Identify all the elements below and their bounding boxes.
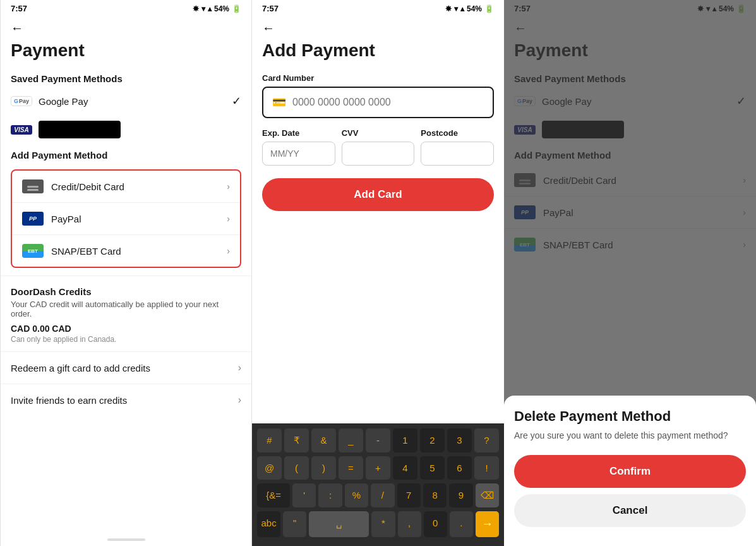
key-underscore[interactable]: _ <box>339 428 363 452</box>
snap-icon: EBT <box>22 244 44 258</box>
key-rupee[interactable]: ₹ <box>284 428 309 452</box>
cvv-label: CVV <box>342 128 415 138</box>
key-enter[interactable]: → <box>476 511 499 537</box>
wifi-icon: ▾ <box>201 4 205 13</box>
google-pay-label: Google Pay <box>39 96 88 107</box>
status-bar-2: 7:57 ✸ ▾ ▴ 54% 🔋 <box>252 0 504 16</box>
key-question[interactable]: ? <box>474 428 499 452</box>
gpay-pay: Pay <box>19 98 29 104</box>
visa-item[interactable]: VISA <box>1 114 251 145</box>
chevron-right-icon-3a: › <box>743 175 746 185</box>
key-colon[interactable]: : <box>318 483 342 507</box>
postcode-field[interactable] <box>421 142 494 166</box>
status-bar-3: 7:57 ✸ ▾ ▴ 54% 🔋 <box>504 0 756 16</box>
saved-methods-header-3: Saved Payment Methods <box>504 68 756 88</box>
key-8[interactable]: 8 <box>423 483 447 507</box>
key-star[interactable]: * <box>371 511 395 537</box>
key-sym[interactable]: {&= <box>257 483 290 507</box>
google-pay-item[interactable]: G Pay Google Pay ✓ <box>1 88 251 114</box>
exp-date-field[interactable] <box>262 142 335 166</box>
card-number-input-wrapper[interactable]: 💳 <box>262 87 494 118</box>
key-0[interactable]: 0 <box>424 511 447 537</box>
add-card-button[interactable]: Add Card <box>262 178 494 211</box>
visa-badge-3: VISA <box>514 125 536 135</box>
status-time-3: 7:57 <box>514 4 531 13</box>
credit-debit-item[interactable]: Credit/Debit Card › <box>12 171 240 203</box>
redeem-gift-card-item[interactable]: Redeem a gift card to add credits › <box>1 351 251 384</box>
key-2[interactable]: 2 <box>420 428 445 452</box>
signal-icon: ▴ <box>208 4 212 13</box>
key-amp[interactable]: & <box>311 428 336 452</box>
gpay-badge-3: G Pay <box>514 96 536 106</box>
key-space[interactable]: ␣ <box>309 511 369 537</box>
credit-card-icon <box>22 179 44 193</box>
cvv-field[interactable] <box>342 142 415 166</box>
add-payment-form: Card Number 💳 Exp. Date CVV Postcode Add… <box>252 68 504 423</box>
credit-debit-label: Credit/Debit Card <box>51 181 124 192</box>
key-9[interactable]: 9 <box>449 483 472 507</box>
key-hash[interactable]: # <box>257 428 282 452</box>
card-number-label: Card Number <box>262 73 494 83</box>
key-lparen[interactable]: ( <box>284 456 309 480</box>
back-button-2[interactable]: ← <box>252 16 504 38</box>
key-1[interactable]: 1 <box>393 428 417 452</box>
redacted-card-3 <box>542 121 624 138</box>
key-abc[interactable]: abc <box>257 511 280 537</box>
key-3[interactable]: 3 <box>447 428 472 452</box>
key-dash[interactable]: - <box>366 428 390 452</box>
keyboard-row-4: abc " ␣ * , 0 . → <box>255 511 501 537</box>
signal-icon-2: ▴ <box>460 4 464 13</box>
cancel-button[interactable]: Cancel <box>514 494 746 527</box>
credit-card-icon-3 <box>514 173 536 187</box>
chevron-invite-icon: › <box>238 394 241 406</box>
panel-payment: 7:57 ✸ ▾ ▴ 54% 🔋 ← Payment Saved Payment… <box>0 0 252 546</box>
credits-amount: CAD 0.00 CAD <box>11 324 241 334</box>
key-6[interactable]: 6 <box>447 456 472 480</box>
invite-friends-item[interactable]: Invite friends to earn credits › <box>1 384 251 416</box>
key-plus[interactable]: + <box>366 456 390 480</box>
battery-text: 54% <box>214 4 229 13</box>
snap-item[interactable]: EBT SNAP/EBT Card › <box>12 235 240 267</box>
status-icons-2: ✸ ▾ ▴ 54% 🔋 <box>445 4 494 13</box>
key-slash[interactable]: / <box>371 483 394 507</box>
gpay-g: G <box>14 98 18 104</box>
battery-text-2: 54% <box>467 4 482 13</box>
keyboard-row-2: @ ( ) = + 4 5 6 ! <box>255 456 501 480</box>
google-pay-item-3: G Pay Google Pay ✓ <box>504 88 756 114</box>
key-comma[interactable]: , <box>398 511 421 537</box>
invite-label: Invite friends to earn credits <box>11 395 127 406</box>
confirm-button[interactable]: Confirm <box>514 455 746 488</box>
wifi-icon-3: ▾ <box>706 4 710 13</box>
redeem-label: Redeem a gift card to add credits <box>11 363 150 373</box>
key-5[interactable]: 5 <box>420 456 445 480</box>
key-exclaim[interactable]: ! <box>474 456 499 480</box>
key-quote[interactable]: ' <box>292 483 316 507</box>
checkmark-icon-3: ✓ <box>736 94 746 108</box>
backspace-key[interactable]: ⌫ <box>476 483 499 507</box>
key-dquote[interactable]: " <box>283 511 306 537</box>
keyboard-row-3: {&= ' : % / 7 8 9 ⌫ <box>255 483 501 507</box>
key-eq[interactable]: = <box>339 456 363 480</box>
chevron-redeem-icon: › <box>238 362 241 373</box>
add-payment-header: Add Payment Method <box>1 145 251 164</box>
key-4[interactable]: 4 <box>393 456 417 480</box>
page-title-3: Payment <box>504 38 756 68</box>
status-time-1: 7:57 <box>11 4 27 13</box>
key-pct[interactable]: % <box>345 483 368 507</box>
postcode-group: Postcode <box>421 128 494 166</box>
key-dot[interactable]: . <box>450 511 473 537</box>
bluetooth-icon-3: ✸ <box>697 4 704 13</box>
paypal-item[interactable]: PP PayPal › <box>12 203 240 235</box>
panel-delete-payment: 7:57 ✸ ▾ ▴ 54% 🔋 ← Payment Saved Payment… <box>504 0 756 546</box>
divider-1 <box>1 276 251 276</box>
paypal-icon: PP <box>22 212 44 226</box>
key-rparen[interactable]: ) <box>311 456 336 480</box>
bottom-indicator-1 <box>107 538 145 541</box>
key-at[interactable]: @ <box>257 456 282 480</box>
visa-item-3: VISA <box>504 114 756 145</box>
card-number-field[interactable] <box>292 97 484 108</box>
key-7[interactable]: 7 <box>397 483 421 507</box>
credit-debit-label-3: Credit/Debit Card <box>543 175 616 186</box>
back-button-1[interactable]: ← <box>1 16 251 38</box>
add-payment-header-3: Add Payment Method <box>504 145 756 164</box>
